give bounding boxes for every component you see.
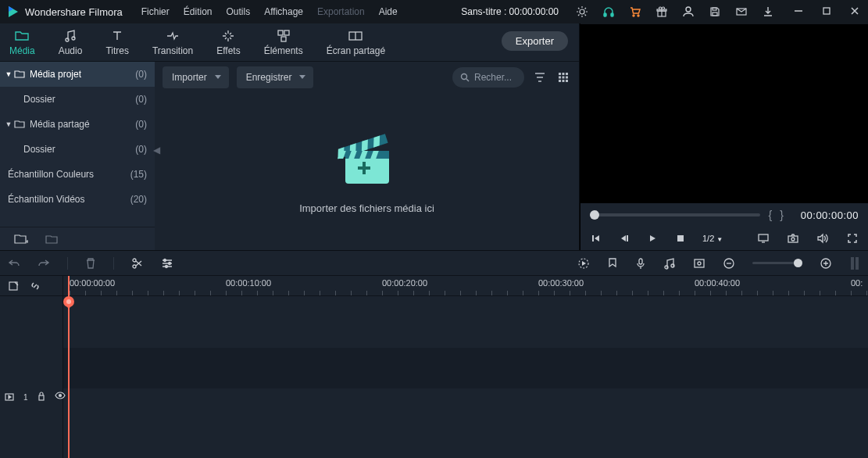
undo-icon[interactable] xyxy=(8,258,20,269)
media-empty-state[interactable]: Importer des fichiers média ici xyxy=(155,93,579,250)
menu-edit[interactable]: Édition xyxy=(184,6,213,17)
sidebar-item-project-media[interactable]: ▼ Média projet (0) xyxy=(0,62,155,87)
tab-media[interactable]: Média xyxy=(9,28,35,61)
zoom-fit-icon[interactable] xyxy=(849,256,860,271)
timeline-options-icon[interactable] xyxy=(8,281,19,292)
svg-rect-38 xyxy=(361,139,367,151)
elements-icon xyxy=(277,28,291,44)
text-icon xyxy=(110,28,124,44)
zoom-out-icon[interactable] xyxy=(723,257,735,270)
menu-export: Exportation xyxy=(317,6,365,17)
sidebar-item-folder-1[interactable]: Dossier (0) xyxy=(0,87,155,112)
track-row[interactable] xyxy=(63,296,868,348)
sidebar-item-shared-media[interactable]: ▼ Média partagé (0) xyxy=(0,112,155,137)
crop-icon[interactable] xyxy=(693,258,705,269)
sidebar-item-sample-videos[interactable]: Échantillon Vidéos (20) xyxy=(0,187,155,212)
redo-icon[interactable] xyxy=(38,258,50,269)
lock-icon[interactable] xyxy=(38,392,45,403)
timeline-area: 1 00:00:00:00 00:00:10:00 00:00:20:00 00… xyxy=(0,250,868,458)
zoom-slider[interactable] xyxy=(752,262,802,264)
mail-icon[interactable] xyxy=(735,5,748,18)
svg-point-58 xyxy=(166,265,168,267)
tab-effects[interactable]: Effets xyxy=(216,28,240,61)
chevron-down-icon: ▼ xyxy=(5,70,13,78)
mark-out-icon[interactable]: } xyxy=(780,209,784,221)
gift-icon[interactable] xyxy=(655,5,668,18)
record-dropdown[interactable]: Enregistrer xyxy=(237,66,314,88)
playhead[interactable] xyxy=(68,276,70,458)
display-icon[interactable] xyxy=(757,232,770,245)
ruler-mark: 00:00:00:00 xyxy=(70,278,115,288)
snapshot-icon[interactable] xyxy=(787,232,799,245)
sidebar-item-sample-colors[interactable]: Échantillon Couleurs (15) xyxy=(0,162,155,187)
svg-point-9 xyxy=(686,7,691,12)
download-icon[interactable] xyxy=(762,5,774,18)
save-icon[interactable] xyxy=(709,5,721,18)
cart-icon[interactable] xyxy=(629,5,641,18)
audio-mixer-icon[interactable] xyxy=(663,257,676,270)
maximize-button[interactable] xyxy=(821,5,834,18)
link-icon[interactable] xyxy=(30,281,41,292)
svg-point-56 xyxy=(164,259,166,261)
marker-icon[interactable] xyxy=(607,257,618,270)
video-track-head[interactable]: 1 xyxy=(0,388,63,406)
menu-view[interactable]: Affichage xyxy=(264,6,303,17)
collapse-handle-icon[interactable]: ◀ xyxy=(153,145,160,156)
titlebar: Wondershare Filmora Fichier Édition Outi… xyxy=(0,0,868,23)
render-icon[interactable] xyxy=(577,257,590,270)
svg-point-22 xyxy=(462,74,467,80)
svg-point-5 xyxy=(633,15,634,16)
tab-titles[interactable]: Titres xyxy=(105,28,129,61)
svg-rect-68 xyxy=(851,257,854,270)
new-folder-plus-icon[interactable] xyxy=(14,234,28,245)
export-button[interactable]: Exporter xyxy=(502,31,568,51)
zoom-in-icon[interactable] xyxy=(820,257,832,270)
main-menu: Fichier Édition Outils Affichage Exporta… xyxy=(141,6,398,17)
tab-audio[interactable]: Audio xyxy=(59,28,83,61)
import-dropdown[interactable]: Importer xyxy=(163,66,229,88)
svg-point-6 xyxy=(638,15,639,16)
ruler-mark: 00: xyxy=(851,278,863,288)
close-button[interactable] xyxy=(849,5,862,18)
module-tabs: Média Audio Titres Transition Effets Élé… xyxy=(0,23,579,62)
volume-icon[interactable] xyxy=(816,232,829,245)
step-back-icon[interactable] xyxy=(618,232,630,245)
play-icon[interactable] xyxy=(646,232,659,245)
track-row[interactable] xyxy=(63,348,868,388)
menu-tools[interactable]: Outils xyxy=(226,6,250,17)
menu-file[interactable]: Fichier xyxy=(141,6,170,17)
prev-frame-icon[interactable] xyxy=(590,232,602,245)
svg-point-55 xyxy=(133,265,136,268)
track-row[interactable] xyxy=(63,388,868,406)
minimize-button[interactable] xyxy=(793,5,805,18)
window-controls xyxy=(793,5,862,18)
track-number: 1 xyxy=(23,393,28,402)
brightness-icon[interactable] xyxy=(576,5,588,18)
scrub-slider[interactable] xyxy=(590,213,760,216)
stop-icon[interactable] xyxy=(674,232,687,245)
adjust-icon[interactable] xyxy=(161,258,173,269)
user-icon[interactable] xyxy=(682,5,695,18)
tab-split-screen[interactable]: Écran partagé xyxy=(327,28,385,61)
mark-in-icon[interactable]: { xyxy=(768,209,772,221)
svg-rect-17 xyxy=(278,30,283,35)
voiceover-icon[interactable] xyxy=(635,257,646,270)
menu-help[interactable]: Aide xyxy=(379,6,398,17)
tab-transition[interactable]: Transition xyxy=(152,28,193,61)
sidebar-item-label: Média partagé xyxy=(30,119,135,130)
playback-speed[interactable]: 1/2 ▼ xyxy=(702,234,723,243)
split-icon[interactable] xyxy=(131,257,144,270)
delete-icon[interactable] xyxy=(85,257,96,270)
timeline-tracks[interactable]: 00:00:00:00 00:00:10:00 00:00:20:00 00:0… xyxy=(63,276,868,458)
headphones-icon[interactable] xyxy=(602,5,615,18)
filter-icon[interactable] xyxy=(532,70,548,85)
tab-elements[interactable]: Éléments xyxy=(264,28,303,61)
svg-point-77 xyxy=(66,299,71,304)
preview-viewport[interactable] xyxy=(580,24,868,203)
sidebar-item-folder-2[interactable]: Dossier (0) xyxy=(0,137,155,162)
new-folder-icon[interactable] xyxy=(45,234,58,244)
search-input[interactable]: Recher... xyxy=(452,67,524,88)
fullscreen-icon[interactable] xyxy=(846,232,859,245)
timeline-ruler[interactable]: 00:00:00:00 00:00:10:00 00:00:20:00 00:0… xyxy=(63,276,868,296)
grid-view-icon[interactable] xyxy=(555,70,571,85)
